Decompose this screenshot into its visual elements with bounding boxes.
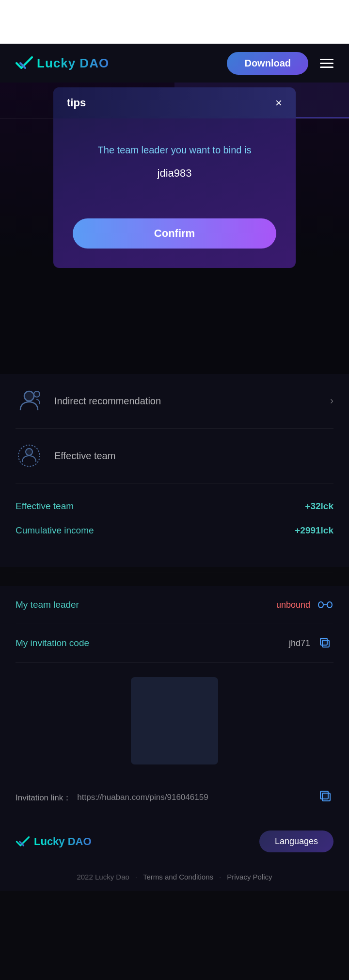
footer-logo-icon	[16, 836, 30, 847]
languages-button[interactable]: Languages	[259, 831, 333, 852]
effective-team-icon	[16, 442, 43, 469]
indirect-recommendation-item[interactable]: Indirect recommendation ›	[16, 374, 333, 429]
effective-team-label: Effective team	[54, 450, 333, 462]
invitation-code-label: My invitation code	[16, 638, 89, 648]
effective-team-metric: Effective team +32lck	[16, 501, 333, 512]
svg-rect-10	[320, 791, 328, 799]
modal-header: tips ×	[53, 87, 296, 118]
footer-dot-2: ·	[219, 873, 221, 881]
download-button[interactable]: Download	[227, 52, 308, 75]
effective-team-item[interactable]: Effective team	[16, 429, 333, 483]
cumulative-income-label: Cumulative income	[16, 525, 94, 536]
chevron-right-icon: ›	[330, 395, 333, 407]
footer-dot-1: ·	[135, 873, 137, 881]
modal-username: jdia983	[73, 167, 276, 180]
footer-logo: Lucky DAO	[16, 835, 92, 848]
modal-title: tips	[67, 97, 86, 109]
confirm-button[interactable]: Confirm	[73, 218, 276, 249]
modal-message: The team leader you want to bind is	[73, 143, 276, 157]
privacy-link[interactable]: Privacy Policy	[227, 873, 272, 881]
copy-code-icon[interactable]	[317, 635, 333, 651]
team-leader-value: unbound	[276, 600, 310, 610]
hamburger-menu-icon[interactable]	[320, 59, 333, 68]
svg-point-3	[26, 448, 32, 455]
invitation-code-row: My invitation code jhd71	[16, 624, 333, 663]
invitation-code-value-group: jhd71	[289, 635, 333, 651]
cumulative-income-value: +2991lck	[295, 525, 333, 536]
invitation-link-label: Invitation link：	[16, 792, 71, 803]
indirect-recommendation-icon	[16, 387, 43, 415]
svg-rect-5	[327, 602, 332, 608]
terms-link[interactable]: Terms and Conditions	[143, 873, 213, 881]
footer: Lucky DAO Languages 2022 Lucky Dao · Ter…	[0, 816, 349, 891]
team-leader-label: My team leader	[16, 599, 79, 610]
svg-rect-4	[318, 602, 323, 608]
indirect-recommendation-label: Indirect recommendation	[54, 396, 330, 407]
footer-top: Lucky DAO Languages	[16, 831, 333, 852]
svg-point-0	[24, 391, 34, 401]
top-bar	[0, 0, 349, 44]
team-leader-row: My team leader unbound	[16, 586, 333, 624]
stats-section: Indirect recommendation › Effective team	[0, 374, 349, 483]
svg-point-1	[34, 391, 40, 397]
invitation-link-section: Invitation link： https://huaban.com/pins…	[0, 779, 349, 816]
cumulative-income-metric: Cumulative income +2991lck	[16, 525, 333, 536]
team-leader-value-group: unbound	[276, 597, 333, 613]
invitation-code-value: jhd71	[289, 638, 310, 648]
header-right: Download	[227, 52, 333, 75]
metrics-section: Effective team +32lck Cumulative income …	[0, 483, 349, 567]
effective-team-metric-label: Effective team	[16, 501, 74, 512]
modal-body: The team leader you want to bind is jdia…	[53, 118, 296, 268]
footer-bottom: 2022 Lucky Dao · Terms and Conditions · …	[16, 866, 333, 881]
modal-close-button[interactable]: ×	[275, 96, 282, 110]
info-section: My team leader unbound My invitation cod…	[0, 586, 349, 663]
logo: Lucky DAO	[16, 56, 109, 71]
tips-modal: tips × The team leader you want to bind …	[53, 87, 296, 268]
modal-overlay: tips × The team leader you want to bind …	[0, 83, 349, 374]
qr-code	[131, 677, 218, 764]
logo-icon	[16, 56, 33, 70]
effective-team-metric-value: +32lck	[305, 501, 333, 512]
invitation-link-url: https://huaban.com/pins/916046159	[77, 793, 312, 802]
qr-section	[0, 663, 349, 779]
divider	[16, 572, 333, 572]
main-content: Community Team tips × The team leader yo…	[0, 83, 349, 374]
copy-link-icon[interactable]	[318, 789, 333, 806]
svg-rect-8	[320, 638, 327, 645]
bind-icon[interactable]	[317, 597, 333, 613]
header: Lucky DAO Download	[0, 44, 349, 83]
footer-copyright: 2022 Lucky Dao	[77, 873, 129, 881]
footer-logo-text: Lucky DAO	[34, 835, 92, 848]
logo-text: Lucky DAO	[37, 56, 109, 71]
